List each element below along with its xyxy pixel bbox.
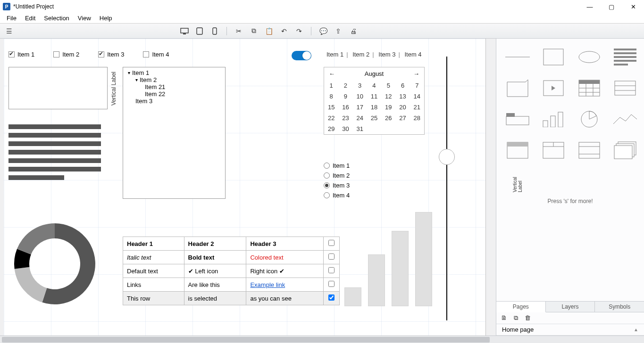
stencil-linechart-icon[interactable] (611, 108, 640, 130)
stencil-vlabel-icon[interactable]: Vertical Label (503, 171, 532, 192)
menu-help[interactable]: Help (96, 14, 116, 23)
calendar-day[interactable]: 4 (367, 80, 381, 91)
tree-item[interactable]: Item 3 (126, 98, 222, 105)
wf-radio-4[interactable]: Item 4 (324, 192, 350, 199)
calendar-day[interactable]: 12 (381, 91, 395, 102)
slider-knob[interactable] (439, 149, 455, 165)
stencil-list-icon[interactable] (611, 77, 640, 99)
wf-checkbox-2[interactable]: Item 2 (53, 51, 79, 58)
new-page-icon[interactable]: 🗎 (501, 314, 507, 322)
table-header-checkbox[interactable] (324, 237, 340, 251)
calendar-day[interactable]: 6 (395, 80, 410, 91)
minimize-button[interactable]: — (579, 0, 601, 13)
calendar-day[interactable]: 28 (410, 113, 424, 123)
calendar-day[interactable]: 10 (353, 91, 367, 102)
tab-layers[interactable]: Layers (546, 302, 595, 312)
stencil-bars-icon[interactable] (539, 108, 568, 130)
calendar-day[interactable]: 9 (338, 91, 352, 102)
menu-file[interactable]: File (3, 14, 20, 23)
wf-textarea[interactable] (8, 67, 108, 109)
stencil-pie-icon[interactable] (575, 108, 604, 130)
calendar-day[interactable]: 7 (410, 80, 424, 91)
redo-icon[interactable]: ↷ (294, 26, 304, 36)
delete-page-icon[interactable]: 🗑 (525, 314, 531, 322)
table-row[interactable]: LinksAre like thisExample link (123, 278, 340, 292)
calendar-day[interactable]: 5 (381, 80, 395, 91)
table-row[interactable]: Default text✔ Left iconRight icon ✔ (123, 264, 340, 278)
share-icon[interactable]: ⇪ (333, 26, 343, 36)
copy-icon[interactable]: ⧉ (249, 26, 259, 36)
calendar-day[interactable]: 30 (338, 123, 352, 134)
maximize-button[interactable]: ▢ (601, 0, 622, 13)
calendar-day[interactable]: 26 (381, 113, 395, 123)
page-list[interactable]: Home page ▲ (496, 324, 644, 335)
page-list-item[interactable]: Home page ▲ (496, 324, 644, 335)
stencil-rect-icon[interactable] (539, 46, 568, 68)
wf-checkbox-1[interactable]: Item 1 (8, 51, 34, 58)
calendar-day[interactable]: 3 (353, 80, 367, 91)
stencil-layout3-icon[interactable] (575, 139, 604, 161)
calendar-day[interactable]: 14 (410, 91, 424, 102)
wf-switch[interactable] (292, 51, 311, 60)
breadcrumb-item[interactable]: Item 2 (352, 51, 369, 58)
stencil-layout2-icon[interactable] (539, 139, 568, 161)
wf-vertical-slider[interactable] (446, 57, 447, 320)
tree-item[interactable]: Item 1 (126, 69, 222, 76)
calendar-day[interactable]: 24 (353, 113, 367, 123)
tab-pages[interactable]: Pages (496, 302, 546, 312)
close-button[interactable]: ✕ (622, 0, 644, 13)
calendar-day[interactable]: 27 (395, 113, 410, 123)
print-icon[interactable]: 🖨 (348, 26, 359, 36)
wf-radio-2[interactable]: Item 2 (324, 172, 350, 179)
calendar-day[interactable]: 17 (353, 102, 367, 113)
canvas[interactable]: Item 1 Item 2 Item 3 Item 4 Vertical Lab… (4, 39, 486, 335)
menu-view[interactable]: View (74, 14, 95, 23)
table-row[interactable]: This rowis selectedas you can see (123, 292, 340, 305)
calendar-day[interactable]: 2 (338, 80, 352, 91)
wf-checkbox-4[interactable]: Item 4 (143, 51, 169, 58)
wf-radio-3[interactable]: Item 3 (324, 182, 350, 189)
stencil-paragraph-icon[interactable] (611, 46, 640, 68)
horizontal-scrollbar[interactable] (0, 335, 644, 343)
stencil-note-icon[interactable] (503, 77, 532, 99)
tab-symbols[interactable]: Symbols (595, 302, 644, 312)
tablet-icon[interactable] (194, 26, 205, 36)
stencil-ellipse-icon[interactable] (575, 46, 604, 68)
calendar-day[interactable]: 13 (395, 91, 410, 102)
cut-icon[interactable]: ✂ (234, 26, 244, 36)
calendar-day[interactable]: 15 (324, 102, 338, 113)
stencil-grid-icon[interactable] (575, 77, 604, 99)
tree-item[interactable]: Item 2 (126, 76, 222, 83)
stencil-tabs-icon[interactable] (503, 108, 532, 130)
menu-edit[interactable]: Edit (21, 14, 39, 23)
stencil-video-icon[interactable] (539, 77, 568, 99)
calendar-day[interactable]: 16 (338, 102, 352, 113)
wf-checkbox-3[interactable]: Item 3 (98, 51, 124, 58)
calendar-day[interactable]: 22 (324, 113, 338, 123)
paste-icon[interactable]: 📋 (264, 26, 274, 36)
phone-icon[interactable] (209, 26, 220, 36)
undo-icon[interactable]: ↶ (279, 26, 289, 36)
tree-item[interactable]: Item 21 (126, 83, 222, 90)
tree-item[interactable]: Item 22 (126, 90, 222, 98)
comment-icon[interactable]: 💬 (318, 26, 328, 36)
wf-radio-1[interactable]: Item 1 (324, 162, 350, 169)
page-toggle-icon[interactable]: ▲ (634, 327, 638, 332)
stencil-line-icon[interactable] (503, 46, 532, 68)
calendar-next-icon[interactable]: → (413, 70, 419, 77)
stencil-library[interactable]: Vertical Label Press 's' for more! (496, 39, 644, 301)
calendar-day[interactable]: 25 (367, 113, 381, 123)
breadcrumb-item[interactable]: Item 1 (326, 51, 343, 58)
calendar-day[interactable]: 18 (367, 102, 381, 113)
stencil-stack-icon[interactable] (611, 139, 640, 161)
calendar-day[interactable]: 29 (324, 123, 338, 134)
scrollbar-thumb[interactable] (2, 337, 490, 343)
breadcrumb-item[interactable]: Item 3 (378, 51, 395, 58)
wf-calendar[interactable]: ← August → 12345678910111213141516171819… (324, 67, 425, 135)
calendar-day[interactable]: 19 (381, 102, 395, 113)
calendar-day[interactable]: 20 (395, 102, 410, 113)
canvas-area[interactable]: Item 1 Item 2 Item 3 Item 4 Vertical Lab… (0, 39, 496, 335)
calendar-day[interactable]: 21 (410, 102, 424, 113)
calendar-day[interactable]: 23 (338, 113, 352, 123)
calendar-prev-icon[interactable]: ← (329, 70, 335, 77)
